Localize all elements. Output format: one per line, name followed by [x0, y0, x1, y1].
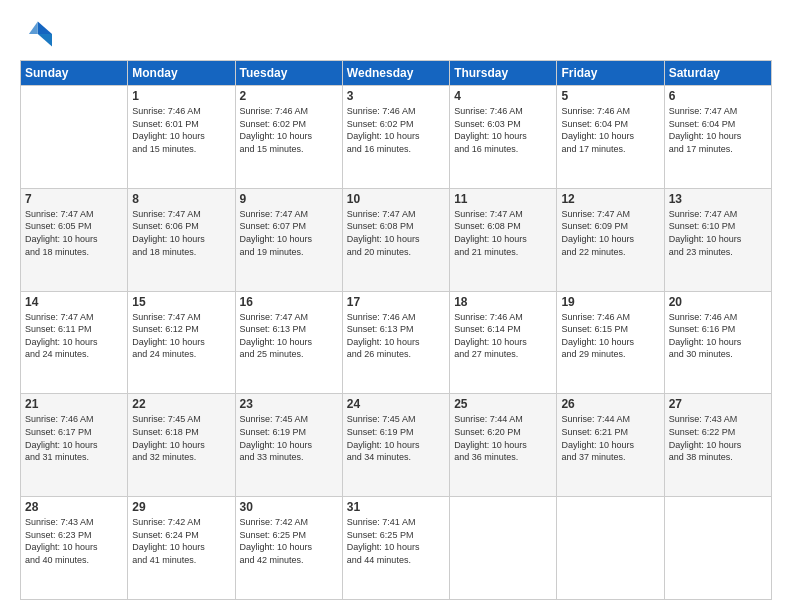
calendar-body: 1Sunrise: 7:46 AM Sunset: 6:01 PM Daylig… — [21, 86, 772, 600]
calendar-week-3: 14Sunrise: 7:47 AM Sunset: 6:11 PM Dayli… — [21, 291, 772, 394]
day-info: Sunrise: 7:42 AM Sunset: 6:25 PM Dayligh… — [240, 516, 338, 566]
day-number: 7 — [25, 192, 123, 206]
calendar-cell: 29Sunrise: 7:42 AM Sunset: 6:24 PM Dayli… — [128, 497, 235, 600]
day-number: 10 — [347, 192, 445, 206]
calendar-cell: 5Sunrise: 7:46 AM Sunset: 6:04 PM Daylig… — [557, 86, 664, 189]
day-info: Sunrise: 7:47 AM Sunset: 6:11 PM Dayligh… — [25, 311, 123, 361]
day-number: 22 — [132, 397, 230, 411]
calendar-header: SundayMondayTuesdayWednesdayThursdayFrid… — [21, 61, 772, 86]
day-info: Sunrise: 7:45 AM Sunset: 6:19 PM Dayligh… — [240, 413, 338, 463]
calendar-cell: 19Sunrise: 7:46 AM Sunset: 6:15 PM Dayli… — [557, 291, 664, 394]
day-info: Sunrise: 7:46 AM Sunset: 6:16 PM Dayligh… — [669, 311, 767, 361]
weekday-header-tuesday: Tuesday — [235, 61, 342, 86]
day-number: 28 — [25, 500, 123, 514]
day-number: 9 — [240, 192, 338, 206]
day-number: 6 — [669, 89, 767, 103]
calendar-cell: 25Sunrise: 7:44 AM Sunset: 6:20 PM Dayli… — [450, 394, 557, 497]
day-number: 17 — [347, 295, 445, 309]
calendar-cell — [21, 86, 128, 189]
weekday-header-wednesday: Wednesday — [342, 61, 449, 86]
calendar-cell — [664, 497, 771, 600]
calendar-cell: 9Sunrise: 7:47 AM Sunset: 6:07 PM Daylig… — [235, 188, 342, 291]
day-info: Sunrise: 7:45 AM Sunset: 6:18 PM Dayligh… — [132, 413, 230, 463]
day-info: Sunrise: 7:47 AM Sunset: 6:09 PM Dayligh… — [561, 208, 659, 258]
weekday-header-saturday: Saturday — [664, 61, 771, 86]
calendar-cell: 10Sunrise: 7:47 AM Sunset: 6:08 PM Dayli… — [342, 188, 449, 291]
calendar-cell: 7Sunrise: 7:47 AM Sunset: 6:05 PM Daylig… — [21, 188, 128, 291]
page: SundayMondayTuesdayWednesdayThursdayFrid… — [0, 0, 792, 612]
day-number: 14 — [25, 295, 123, 309]
svg-marker-2 — [29, 22, 38, 34]
day-number: 19 — [561, 295, 659, 309]
day-info: Sunrise: 7:47 AM Sunset: 6:10 PM Dayligh… — [669, 208, 767, 258]
day-info: Sunrise: 7:47 AM Sunset: 6:12 PM Dayligh… — [132, 311, 230, 361]
day-number: 3 — [347, 89, 445, 103]
day-info: Sunrise: 7:46 AM Sunset: 6:01 PM Dayligh… — [132, 105, 230, 155]
day-number: 2 — [240, 89, 338, 103]
calendar-cell: 20Sunrise: 7:46 AM Sunset: 6:16 PM Dayli… — [664, 291, 771, 394]
calendar-cell: 18Sunrise: 7:46 AM Sunset: 6:14 PM Dayli… — [450, 291, 557, 394]
day-info: Sunrise: 7:46 AM Sunset: 6:13 PM Dayligh… — [347, 311, 445, 361]
calendar-cell: 28Sunrise: 7:43 AM Sunset: 6:23 PM Dayli… — [21, 497, 128, 600]
calendar-cell: 22Sunrise: 7:45 AM Sunset: 6:18 PM Dayli… — [128, 394, 235, 497]
day-number: 1 — [132, 89, 230, 103]
svg-marker-0 — [38, 22, 52, 34]
day-info: Sunrise: 7:44 AM Sunset: 6:21 PM Dayligh… — [561, 413, 659, 463]
calendar-cell: 27Sunrise: 7:43 AM Sunset: 6:22 PM Dayli… — [664, 394, 771, 497]
day-number: 5 — [561, 89, 659, 103]
day-info: Sunrise: 7:43 AM Sunset: 6:23 PM Dayligh… — [25, 516, 123, 566]
day-info: Sunrise: 7:45 AM Sunset: 6:19 PM Dayligh… — [347, 413, 445, 463]
weekday-header-monday: Monday — [128, 61, 235, 86]
calendar-week-5: 28Sunrise: 7:43 AM Sunset: 6:23 PM Dayli… — [21, 497, 772, 600]
day-info: Sunrise: 7:46 AM Sunset: 6:15 PM Dayligh… — [561, 311, 659, 361]
day-info: Sunrise: 7:43 AM Sunset: 6:22 PM Dayligh… — [669, 413, 767, 463]
calendar-cell: 12Sunrise: 7:47 AM Sunset: 6:09 PM Dayli… — [557, 188, 664, 291]
calendar-cell: 24Sunrise: 7:45 AM Sunset: 6:19 PM Dayli… — [342, 394, 449, 497]
calendar-cell — [450, 497, 557, 600]
day-number: 4 — [454, 89, 552, 103]
day-info: Sunrise: 7:47 AM Sunset: 6:08 PM Dayligh… — [454, 208, 552, 258]
header-row: SundayMondayTuesdayWednesdayThursdayFrid… — [21, 61, 772, 86]
day-number: 29 — [132, 500, 230, 514]
calendar-cell: 16Sunrise: 7:47 AM Sunset: 6:13 PM Dayli… — [235, 291, 342, 394]
calendar-cell: 3Sunrise: 7:46 AM Sunset: 6:02 PM Daylig… — [342, 86, 449, 189]
day-number: 8 — [132, 192, 230, 206]
day-info: Sunrise: 7:47 AM Sunset: 6:13 PM Dayligh… — [240, 311, 338, 361]
calendar-week-1: 1Sunrise: 7:46 AM Sunset: 6:01 PM Daylig… — [21, 86, 772, 189]
calendar-cell: 1Sunrise: 7:46 AM Sunset: 6:01 PM Daylig… — [128, 86, 235, 189]
day-info: Sunrise: 7:46 AM Sunset: 6:04 PM Dayligh… — [561, 105, 659, 155]
calendar-cell: 11Sunrise: 7:47 AM Sunset: 6:08 PM Dayli… — [450, 188, 557, 291]
day-number: 27 — [669, 397, 767, 411]
day-number: 23 — [240, 397, 338, 411]
calendar-cell: 2Sunrise: 7:46 AM Sunset: 6:02 PM Daylig… — [235, 86, 342, 189]
logo-icon — [20, 18, 52, 50]
day-number: 15 — [132, 295, 230, 309]
calendar-cell: 13Sunrise: 7:47 AM Sunset: 6:10 PM Dayli… — [664, 188, 771, 291]
day-info: Sunrise: 7:42 AM Sunset: 6:24 PM Dayligh… — [132, 516, 230, 566]
calendar-cell: 6Sunrise: 7:47 AM Sunset: 6:04 PM Daylig… — [664, 86, 771, 189]
day-info: Sunrise: 7:47 AM Sunset: 6:05 PM Dayligh… — [25, 208, 123, 258]
calendar-cell: 17Sunrise: 7:46 AM Sunset: 6:13 PM Dayli… — [342, 291, 449, 394]
day-number: 24 — [347, 397, 445, 411]
calendar-cell — [557, 497, 664, 600]
day-info: Sunrise: 7:46 AM Sunset: 6:03 PM Dayligh… — [454, 105, 552, 155]
day-info: Sunrise: 7:46 AM Sunset: 6:17 PM Dayligh… — [25, 413, 123, 463]
header — [20, 18, 772, 50]
logo — [20, 18, 56, 50]
day-info: Sunrise: 7:46 AM Sunset: 6:02 PM Dayligh… — [240, 105, 338, 155]
day-info: Sunrise: 7:44 AM Sunset: 6:20 PM Dayligh… — [454, 413, 552, 463]
calendar-cell: 31Sunrise: 7:41 AM Sunset: 6:25 PM Dayli… — [342, 497, 449, 600]
day-info: Sunrise: 7:47 AM Sunset: 6:06 PM Dayligh… — [132, 208, 230, 258]
day-info: Sunrise: 7:47 AM Sunset: 6:08 PM Dayligh… — [347, 208, 445, 258]
calendar-cell: 26Sunrise: 7:44 AM Sunset: 6:21 PM Dayli… — [557, 394, 664, 497]
day-number: 25 — [454, 397, 552, 411]
calendar-cell: 4Sunrise: 7:46 AM Sunset: 6:03 PM Daylig… — [450, 86, 557, 189]
day-number: 18 — [454, 295, 552, 309]
calendar-week-2: 7Sunrise: 7:47 AM Sunset: 6:05 PM Daylig… — [21, 188, 772, 291]
day-number: 21 — [25, 397, 123, 411]
day-info: Sunrise: 7:47 AM Sunset: 6:07 PM Dayligh… — [240, 208, 338, 258]
day-number: 26 — [561, 397, 659, 411]
calendar-cell: 8Sunrise: 7:47 AM Sunset: 6:06 PM Daylig… — [128, 188, 235, 291]
weekday-header-friday: Friday — [557, 61, 664, 86]
day-number: 30 — [240, 500, 338, 514]
